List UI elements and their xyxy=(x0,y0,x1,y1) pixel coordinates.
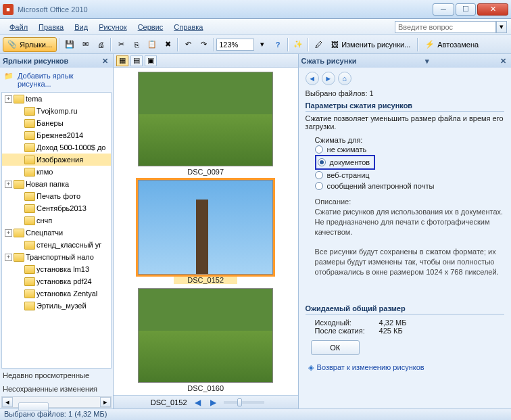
toolbar: 📎 Ярлыки... 💾 ✉ 🖨 ✂ ⎘ 📋 ✖ ↶ ↷ ▾ ? ✨ 🖊 🖼 … xyxy=(0,35,511,54)
scroll-left-icon[interactable]: ◂ xyxy=(2,397,13,407)
nav-back-button[interactable]: ◄ xyxy=(306,72,319,85)
folder-icon xyxy=(24,265,35,274)
tree-item[interactable]: Печать фото xyxy=(2,190,111,202)
folder-icon xyxy=(14,180,24,189)
menu-help[interactable]: Справка xyxy=(168,21,208,33)
menu-view[interactable]: Вид xyxy=(69,21,93,33)
minimize-button[interactable]: ─ xyxy=(433,3,454,16)
close-button[interactable]: ✕ xyxy=(477,3,508,16)
tree-hscrollbar[interactable]: ◂ ▸ xyxy=(1,396,112,408)
tree-item-label: Банеры xyxy=(36,119,64,127)
zoom-knob[interactable] xyxy=(237,398,242,406)
wand-icon: ✨ xyxy=(293,40,303,49)
nav-fwd-button[interactable]: ► xyxy=(322,72,335,85)
folder-icon xyxy=(24,168,35,177)
right-panel-close[interactable]: ✕ xyxy=(498,57,508,66)
menu-file[interactable]: Файл xyxy=(4,21,33,33)
edit-pictures-button[interactable]: 🖼 Изменить рисунки... xyxy=(326,37,415,52)
tree-item[interactable]: +Спецпатчи xyxy=(2,227,111,239)
delete-button[interactable]: ✖ xyxy=(160,37,175,52)
help-button[interactable]: ? xyxy=(270,37,285,52)
undo-button[interactable]: ↶ xyxy=(180,37,195,52)
tree-item[interactable]: Изображения xyxy=(2,154,111,166)
left-panel-close[interactable]: ✕ xyxy=(100,57,110,66)
autofix-button[interactable]: ✨ xyxy=(291,37,306,52)
zoom-input[interactable] xyxy=(216,39,254,51)
redo-icon: ↷ xyxy=(201,40,207,49)
tree-item[interactable]: стенд_классный уг xyxy=(2,239,111,251)
thumbnail-item[interactable]: DSC_0152 xyxy=(138,180,273,284)
rename-button[interactable]: 🖊 xyxy=(311,37,326,52)
menubar: Файл Правка Вид Рисунок Сервис Справка ▾ xyxy=(0,19,511,35)
tree-item[interactable]: установка pdf24 xyxy=(2,275,111,287)
desc-body: Сжатие рисунков для использования их в д… xyxy=(315,207,504,237)
menu-tools[interactable]: Сервис xyxy=(132,21,169,33)
back-link[interactable]: ◈ Возврат к изменению рисунков xyxy=(306,360,504,375)
tree-item[interactable]: Эртиль_музей xyxy=(2,300,111,312)
redo-button[interactable]: ↷ xyxy=(196,37,211,52)
right-panel-menu[interactable]: ▾ xyxy=(423,57,431,66)
shortcuts-button[interactable]: 📎 Ярлыки... xyxy=(3,37,57,52)
expand-icon[interactable]: + xyxy=(5,254,12,261)
tree-item-label: Изображения xyxy=(36,156,83,164)
expand-icon[interactable]: + xyxy=(5,181,12,188)
view-single-button[interactable]: ▣ xyxy=(145,55,157,66)
copy-icon: ⎘ xyxy=(135,41,139,49)
tree-item[interactable]: Tvojkomp.ru xyxy=(2,105,111,117)
tree-item[interactable]: Доход 500-1000$ до xyxy=(2,141,111,154)
tree-item[interactable]: установка lm13 xyxy=(2,263,111,275)
view-thumbs-button[interactable]: ▦ xyxy=(116,55,128,66)
tree-item[interactable]: снчп xyxy=(2,214,111,227)
thumbnail-item[interactable]: DSC_0097 xyxy=(138,72,273,176)
thumbnail-image[interactable] xyxy=(138,288,273,383)
thumbnail-item[interactable]: DSC_0160 xyxy=(138,288,273,392)
maximize-button[interactable]: ☐ xyxy=(456,3,476,16)
cut-button[interactable]: ✂ xyxy=(114,37,128,52)
copy-button[interactable]: ⎘ xyxy=(129,37,144,52)
radio-none[interactable]: не сжимать xyxy=(315,144,504,155)
tree-item[interactable]: Банеры xyxy=(2,117,111,129)
expand-icon[interactable]: + xyxy=(5,229,12,237)
tree-item[interactable]: +Новая папка xyxy=(2,178,111,190)
view-filmstrip-button[interactable]: ▤ xyxy=(130,55,143,66)
nav-home-button[interactable]: ⌂ xyxy=(338,72,351,85)
paste-button[interactable]: 📋 xyxy=(145,37,160,52)
unsaved-label[interactable]: Несохраненные изменения xyxy=(0,382,113,396)
help-dropdown[interactable]: ▾ xyxy=(496,21,507,33)
zoom-dropdown[interactable]: ▾ xyxy=(255,37,270,52)
tree-item[interactable]: Сентябрь2013 xyxy=(2,202,111,214)
radio-web[interactable]: веб-страниц xyxy=(315,170,504,181)
scroll-thumb[interactable] xyxy=(18,402,49,411)
help-search-input[interactable] xyxy=(395,21,496,33)
ok-button[interactable]: ОК xyxy=(311,340,360,355)
expand-icon[interactable]: + xyxy=(5,95,12,103)
autocorrect-icon: ⚡ xyxy=(425,40,435,49)
prev-image-button[interactable]: ◀ xyxy=(193,398,203,407)
thumbnail-image[interactable] xyxy=(138,72,273,166)
thumbnail-image[interactable] xyxy=(138,180,273,275)
tree-item-label: кпмо xyxy=(36,168,53,176)
thumbnail-label: DSC_0160 xyxy=(138,384,273,392)
tree-item[interactable]: +Транспортный нало xyxy=(2,251,111,263)
scroll-right-icon[interactable]: ▸ xyxy=(100,397,111,407)
radio-docs[interactable]: документов xyxy=(318,157,370,168)
folder-tree[interactable]: +temaTvojkomp.ruБанерыБрежнев2014Доход 5… xyxy=(1,92,112,369)
tree-item[interactable]: +tema xyxy=(2,93,111,105)
tree-item[interactable]: установка Zentyal xyxy=(2,287,111,300)
print-button[interactable]: 🖨 xyxy=(93,37,108,52)
tree-item-label: Новая папка xyxy=(26,180,69,188)
menu-edit[interactable]: Правка xyxy=(33,21,69,33)
zoom-slider[interactable] xyxy=(224,401,264,404)
recent-label[interactable]: Недавно просмотренные xyxy=(0,369,113,382)
tree-item[interactable]: Брежнев2014 xyxy=(2,129,111,141)
radio-email[interactable]: сообщений электронной почты xyxy=(315,181,504,191)
add-shortcut-link[interactable]: 📁 Добавить ярлык рисунка... xyxy=(0,68,113,92)
save-button[interactable]: 💾 xyxy=(62,37,77,52)
mail-button[interactable]: ✉ xyxy=(78,37,93,52)
autocorrect-button[interactable]: ⚡ Автозамена xyxy=(420,37,483,52)
mail-icon: ✉ xyxy=(82,40,89,49)
tree-item[interactable]: кпмо xyxy=(2,166,111,178)
next-image-button[interactable]: ▶ xyxy=(208,398,218,407)
paste-icon: 📋 xyxy=(147,40,157,49)
menu-picture[interactable]: Рисунок xyxy=(93,21,132,33)
